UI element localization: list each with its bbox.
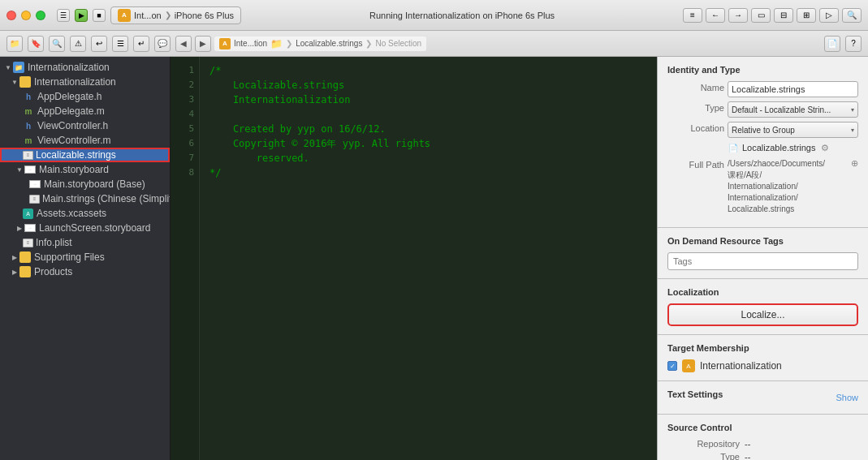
strings-file-icon: ≡ xyxy=(23,151,33,160)
code-line-8: */ xyxy=(209,166,430,180)
sidebar-item-label: Localizable.strings xyxy=(36,149,116,161)
target-row: ✓ A Internationalization xyxy=(667,359,858,372)
sidebar-item-appdelegate-m[interactable]: m AppDelegate.m xyxy=(0,104,170,118)
layout-multi-button[interactable]: ⊞ xyxy=(797,8,816,23)
sidebar-item-label: ViewController.h xyxy=(37,120,108,131)
source-control-section: Source Control Repository -- Type -- Cur… xyxy=(658,415,868,460)
target-app-icon: A xyxy=(682,359,695,372)
target-membership-section: Target Membership ✓ A Internationalizati… xyxy=(658,335,868,381)
sidebar-item-products[interactable]: ▶ Products xyxy=(0,264,170,279)
search-button[interactable]: 🔍 xyxy=(49,36,65,52)
tags-input[interactable] xyxy=(667,252,858,270)
location-select[interactable]: Relative to Group ▾ xyxy=(728,122,858,138)
stop-button[interactable]: ■ xyxy=(93,9,106,22)
project-icon: A xyxy=(118,9,131,22)
text-settings-title: Text Settings xyxy=(667,389,723,399)
sidebar-item-label: Main.storyboard (Base) xyxy=(44,178,145,190)
line-numbers: 1 2 3 4 5 6 7 8 xyxy=(171,57,200,460)
breadcrumb-project[interactable]: Inte...tion xyxy=(234,39,267,48)
project-indicator[interactable]: A Int...on ❯ iPhone 6s Plus xyxy=(110,6,241,24)
file-navigator[interactable]: ▼ 📁 Internationalization ▼ International… xyxy=(0,57,171,460)
back-button[interactable]: ← xyxy=(706,8,725,23)
help-button[interactable]: ? xyxy=(845,36,862,52)
file-options-button[interactable]: 📄 xyxy=(824,36,840,52)
name-label: Name xyxy=(667,81,724,92)
maximize-button[interactable] xyxy=(36,11,45,20)
sidebar-item-supporting-files[interactable]: ▶ Supporting Files xyxy=(0,250,170,264)
type-select[interactable]: Default - Localizable Strin... ▾ xyxy=(728,101,858,118)
sidebar-root-label[interactable]: Internationalization xyxy=(28,62,110,73)
text-settings-show-link[interactable]: Show xyxy=(836,393,858,402)
launch-storyboard-icon: → xyxy=(24,224,36,232)
plist-icon: ≡ xyxy=(23,239,33,247)
sidebar-item-main-strings-chinese[interactable]: ≡ Main.strings (Chinese (Simplified)) xyxy=(0,191,170,206)
sidebar-item-assets[interactable]: A Assets.xcassets xyxy=(0,206,170,221)
run-button[interactable]: ▶ xyxy=(75,9,88,22)
sidebar-item-label: ViewController.m xyxy=(37,135,110,146)
name-input[interactable] xyxy=(728,81,858,97)
close-button[interactable] xyxy=(6,11,16,20)
nav-breadcrumb: ◀ ▶ A Inte...tion 📁 ❯ Localizable.string… xyxy=(175,36,819,52)
right-panel-toggle[interactable]: ▷ xyxy=(819,8,839,23)
file-small-icon: 📄 xyxy=(728,142,739,153)
name-row: Name xyxy=(667,81,858,97)
bookmark-button[interactable]: 🔖 xyxy=(28,36,44,52)
sidebar-item-localizable-strings[interactable]: ≡ Localizable.strings xyxy=(0,148,170,162)
test-button[interactable]: ↩ xyxy=(91,36,107,52)
sidebar-item-label: Info.plist xyxy=(36,237,72,248)
repository-row: Repository -- xyxy=(667,439,858,449)
sidebar-item-viewcontroller-m[interactable]: m ViewController.m xyxy=(0,133,170,148)
sidebar-item-label: Main.strings (Chinese (Simplified)) xyxy=(42,193,171,204)
breadcrumb-sep1: ❯ xyxy=(286,39,292,48)
launch-arrow-icon: ▶ xyxy=(15,223,24,233)
traffic-lights xyxy=(6,11,45,20)
breadcrumb-sep2: ❯ xyxy=(365,39,372,48)
breakpoint-button[interactable]: ↵ xyxy=(133,36,149,52)
sidebar-item-viewcontroller-h[interactable]: h ViewController.h xyxy=(0,118,170,133)
breadcrumb-arrow-icon: ❯ xyxy=(165,11,171,19)
nav-forward-button[interactable]: ▶ xyxy=(195,36,211,52)
inspector-toggle[interactable]: 🔍 xyxy=(842,8,862,23)
storyboard-base-icon: → xyxy=(29,180,41,188)
file-name-label: Localizable.strings xyxy=(742,143,816,153)
layout-single-button[interactable]: ▭ xyxy=(751,8,771,23)
target-membership-title: Target Membership xyxy=(667,343,858,353)
file-name-row: 📄 Localizable.strings ⚙ xyxy=(728,142,858,153)
text-settings-header: Text Settings Show xyxy=(667,389,858,406)
target-checkbox[interactable]: ✓ xyxy=(667,361,677,371)
code-line-7: reserved. xyxy=(209,151,430,166)
supporting-folder-icon xyxy=(19,251,31,263)
log-button[interactable]: 💬 xyxy=(154,36,171,52)
repository-label: Repository xyxy=(667,439,745,449)
strings-file-icon2: ≡ xyxy=(29,195,40,204)
sidebar-item-main-storyboard-group[interactable]: ▼ → Main.storyboard xyxy=(0,162,170,177)
products-arrow-icon: ▶ xyxy=(10,267,19,277)
code-editor[interactable]: 1 2 3 4 5 6 7 8 /* Localizable.strings I… xyxy=(171,57,657,460)
h-file-icon: h xyxy=(23,91,34,102)
minimize-button[interactable] xyxy=(21,11,31,20)
code-content[interactable]: /* Localizable.strings Internationalizat… xyxy=(200,57,440,460)
breadcrumb-file[interactable]: Localizable.strings xyxy=(296,39,362,48)
location-row: Location Relative to Group ▾ xyxy=(667,122,858,138)
sidebar-toggle-button[interactable]: ☰ xyxy=(57,9,70,22)
view-toggle-lines-button[interactable]: ≡ xyxy=(683,8,702,23)
sidebar-item-main-storyboard-base[interactable]: → Main.storyboard (Base) xyxy=(0,177,170,191)
debug-button[interactable]: ☰ xyxy=(112,36,128,52)
location-label: Location xyxy=(667,122,724,133)
breadcrumb-selection[interactable]: No Selection xyxy=(375,39,421,48)
nav-back-button[interactable]: ◀ xyxy=(175,36,192,52)
sidebar-item-appdelegate-h[interactable]: h AppDelegate.h xyxy=(0,89,170,104)
localize-button[interactable]: Localize... xyxy=(667,303,858,326)
code-line-2: Localizable.strings xyxy=(209,78,430,92)
sidebar-item-info-plist[interactable]: ≡ Info.plist xyxy=(0,235,170,250)
full-path-label: Full Path xyxy=(667,158,724,170)
sidebar-item-launchscreen[interactable]: ▶ → LaunchScreen.storyboard xyxy=(0,221,170,235)
sidebar-item-internationalization-group[interactable]: ▼ Internationalization xyxy=(0,75,170,89)
layout-split-button[interactable]: ⊟ xyxy=(774,8,793,23)
reveal-icon[interactable]: ⊕ xyxy=(851,158,858,169)
forward-button[interactable]: → xyxy=(728,8,748,23)
warning-button[interactable]: ⚠ xyxy=(70,36,86,52)
breadcrumb-proj-icon: A xyxy=(219,38,231,49)
sidebar-item-root[interactable]: ▼ 📁 Internationalization xyxy=(0,60,170,75)
file-browser-button[interactable]: 📁 xyxy=(6,36,23,52)
